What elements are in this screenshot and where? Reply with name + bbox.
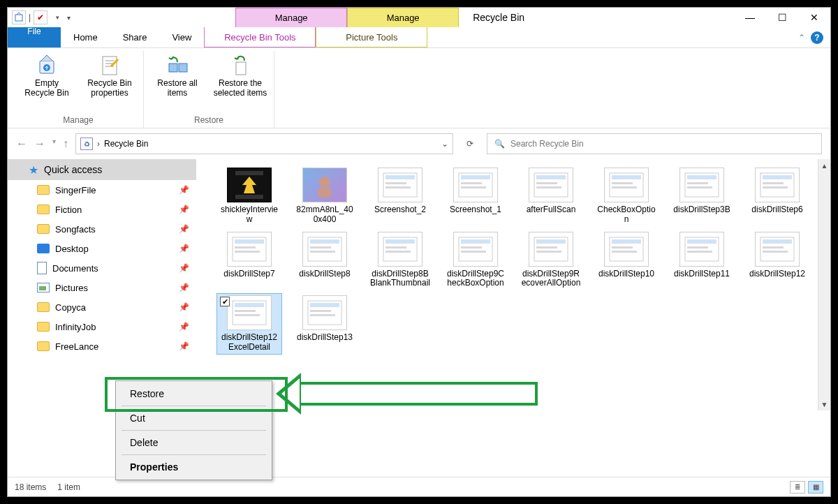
ctx-restore[interactable]: Restore [116, 384, 272, 403]
svg-rect-46 [310, 246, 331, 249]
tab-file[interactable]: File [8, 27, 61, 47]
file-item[interactable]: ✔diskDrillStep12ExcelDetail [217, 294, 281, 354]
svg-rect-34 [687, 182, 708, 184]
scroll-up-icon[interactable]: ▲ [818, 159, 830, 172]
tab-share[interactable]: Share [110, 27, 160, 47]
svg-rect-29 [612, 175, 641, 179]
svg-rect-35 [687, 186, 712, 188]
sidebar-quick-access[interactable]: ★ Quick access [8, 159, 196, 180]
tab-view[interactable]: View [159, 27, 204, 47]
collapse-ribbon-icon[interactable]: ⌃ [798, 33, 805, 43]
qat-dropdown[interactable]: ▾ [50, 10, 64, 24]
file-thumbnail [529, 232, 573, 267]
restore-selected-items-button[interactable]: Restore the selected items [212, 51, 268, 98]
separator [122, 454, 266, 455]
file-pane[interactable]: ▲ ▼ shickleyInterview82mmA8nL_400x400Scr… [196, 159, 830, 477]
scrollbar[interactable]: ▲ ▼ [818, 159, 830, 410]
file-thumbnail [378, 168, 422, 202]
file-thumbnail [302, 168, 347, 202]
file-item[interactable]: diskDrillStep7 [217, 230, 281, 290]
view-large-icons-button[interactable]: ▦ [808, 481, 823, 494]
pin-icon: 📌 [179, 283, 189, 292]
svg-rect-79 [310, 314, 335, 316]
file-thumbnail [755, 232, 800, 267]
address-dropdown-icon[interactable]: ⌄ [441, 139, 448, 149]
checkbox-icon[interactable]: ✔ [220, 297, 230, 306]
close-button[interactable]: ✕ [798, 8, 830, 27]
context-tab-recyclebin[interactable]: Manage [235, 8, 347, 27]
svg-rect-15 [318, 188, 332, 198]
label: Documents [52, 263, 98, 274]
tab-picture-tools[interactable]: Picture Tools [316, 27, 427, 47]
ctx-properties[interactable]: Properties [116, 457, 272, 477]
nav-up-button[interactable]: ↑ [63, 138, 68, 150]
address-bar[interactable]: ♻ › Recycle Bin ⌄ [75, 133, 453, 154]
sidebar-item-infinityjob[interactable]: InfinityJob 📌 [8, 317, 196, 336]
nav-forward-button[interactable]: → [34, 138, 45, 150]
file-item[interactable]: diskDrillStep6 [745, 166, 809, 226]
svg-rect-33 [687, 175, 716, 179]
file-item[interactable]: Screenshot_1 [443, 166, 508, 226]
sidebar-item-songfacts[interactable]: Songfacts 📌 [8, 219, 196, 239]
file-item[interactable]: diskDrillStep13 [293, 294, 357, 354]
file-item[interactable]: diskDrillStep8 [293, 230, 357, 290]
maximize-button[interactable]: ☐ [766, 8, 798, 27]
sidebar-item-documents[interactable]: Documents 📌 [8, 258, 196, 278]
breadcrumb-location[interactable]: Recycle Bin [104, 139, 148, 149]
qat-overflow[interactable]: ▾ [67, 14, 71, 22]
file-label: 82mmA8nL_400x400 [294, 205, 355, 225]
restore-all-items-button[interactable]: Restore all items [149, 51, 205, 98]
file-item[interactable]: shickleyInterview [217, 166, 281, 226]
file-label: afterFullScan [527, 205, 576, 215]
help-icon[interactable]: ? [811, 31, 823, 44]
svg-rect-61 [612, 239, 641, 244]
ctx-cut[interactable]: Cut [116, 408, 272, 428]
minimize-button[interactable]: — [734, 8, 766, 27]
file-thumbnail [604, 232, 649, 267]
folder-icon [37, 322, 50, 332]
svg-rect-37 [763, 175, 792, 179]
qat-checkbox-icon[interactable]: ✔ [34, 10, 47, 24]
recycle-bin-icon [12, 10, 26, 24]
sidebar-item-fiction[interactable]: Fiction 📌 [8, 200, 196, 219]
file-item[interactable]: diskDrillStep9RecoverAllOption [519, 230, 583, 290]
file-label: Screenshot_1 [450, 205, 501, 215]
file-label: shickleyInterview [219, 205, 280, 225]
file-item[interactable]: 82mmA8nL_400x400 [293, 166, 357, 226]
view-details-button[interactable]: ≣ [790, 481, 805, 494]
sidebar-item-singerfile[interactable]: SingerFile 📌 [8, 180, 196, 200]
restore-selected-icon [226, 51, 254, 79]
file-item[interactable]: afterFullScan [519, 166, 583, 226]
ctx-delete[interactable]: Delete [116, 433, 272, 452]
search-input[interactable]: 🔍 Search Recycle Bin [487, 133, 822, 154]
file-item[interactable]: diskDrillStep9CheckBoxOption [443, 230, 508, 290]
empty-recycle-bin-button[interactable]: Empty Recycle Bin [19, 51, 75, 98]
file-item[interactable]: diskDrillStep11 [670, 230, 734, 290]
svg-rect-9 [236, 62, 246, 75]
pin-icon: 📌 [179, 244, 189, 253]
svg-rect-17 [385, 175, 415, 179]
file-thumbnail [227, 295, 272, 330]
label: Desktop [55, 244, 89, 254]
context-menu: Restore Cut Delete Properties [115, 380, 272, 480]
scroll-down-icon[interactable]: ▼ [818, 398, 830, 410]
context-tab-picture[interactable]: Manage [347, 8, 459, 27]
recycle-bin-properties-button[interactable]: Recycle Bin properties [82, 51, 138, 98]
file-item[interactable]: diskDrillStep12 [745, 230, 809, 290]
file-item[interactable]: diskDrillStep8BBlankThumbnail [368, 230, 432, 290]
file-item[interactable]: diskDrillStep3B [670, 166, 734, 226]
sidebar-item-freelance[interactable]: FreeLance 📌 [8, 336, 196, 356]
file-item[interactable]: CheckBoxOption [594, 166, 659, 226]
sidebar-item-pictures[interactable]: Pictures 📌 [8, 278, 196, 297]
tab-home[interactable]: Home [61, 27, 110, 47]
nav-history-dropdown[interactable]: ▾ [52, 138, 56, 150]
search-icon: 🔍 [494, 139, 505, 149]
file-item[interactable]: Screenshot_2 [368, 166, 432, 226]
sidebar-item-copyca[interactable]: Copyca 📌 [8, 297, 196, 317]
sidebar-item-desktop[interactable]: Desktop 📌 [8, 239, 196, 258]
refresh-button[interactable]: ⟳ [460, 133, 480, 154]
svg-rect-62 [612, 246, 633, 249]
tab-recycle-bin-tools[interactable]: Recycle Bin Tools [204, 27, 316, 47]
file-item[interactable]: diskDrillStep10 [594, 230, 659, 290]
nav-back-button[interactable]: ← [16, 138, 27, 150]
